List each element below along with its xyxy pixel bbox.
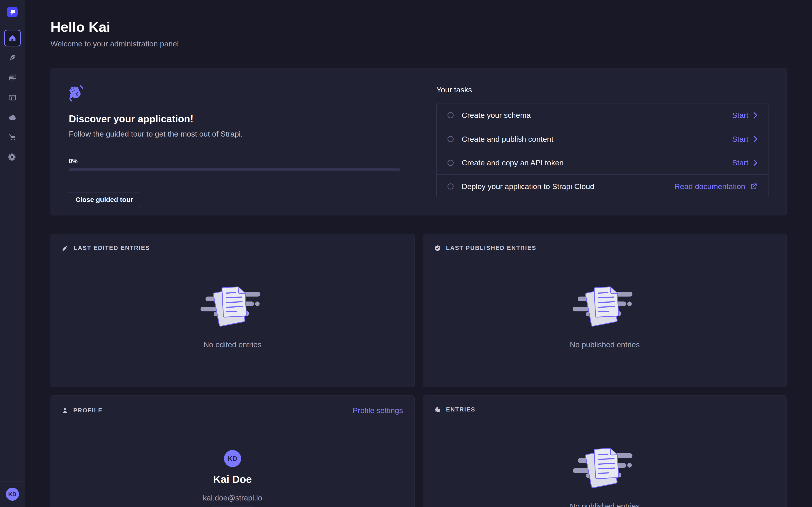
- cloud-icon: [8, 113, 17, 121]
- card-header: LAST PUBLISHED ENTRIES: [435, 244, 775, 251]
- marketplace-cart-icon: [8, 133, 17, 141]
- task-label: Deploy your application to Strapi Cloud: [462, 182, 594, 191]
- guided-tour-progress-bar: [69, 168, 400, 171]
- profile-body: KD Kai Doe kai.doe@strapi.io: [62, 415, 403, 507]
- card-title: ENTRIES: [446, 406, 475, 413]
- task-row-api-token[interactable]: Create and copy an API token Start: [437, 151, 768, 174]
- sidebar: KD: [0, 0, 25, 507]
- puzzle-icon: [435, 406, 441, 413]
- pencil-icon: [62, 245, 68, 251]
- guided-tour-card: Discover your application! Follow the gu…: [51, 68, 418, 215]
- page-title: Hello Kai: [51, 19, 787, 35]
- task-label: Create and publish content: [462, 135, 553, 144]
- sidebar-item-content-manager[interactable]: [4, 50, 21, 66]
- profile-avatar-initials: KD: [227, 455, 237, 462]
- widgets-row-2: PROFILE Profile settings KD Kai Doe kai.…: [51, 395, 787, 507]
- card-header: ENTRIES: [435, 406, 775, 413]
- task-status-circle-icon: [448, 183, 454, 189]
- task-status-circle-icon: [448, 160, 454, 166]
- check-circle-icon: [435, 245, 441, 251]
- task-start-link[interactable]: Start: [732, 158, 757, 167]
- task-label: Create and copy an API token: [462, 158, 564, 167]
- tasks-panel: Your tasks Create your schema Start Crea…: [418, 68, 786, 215]
- task-action-label: Start: [732, 111, 748, 120]
- chevron-right-icon: [753, 136, 757, 143]
- external-link-icon: [750, 183, 757, 190]
- empty-state-text: No published entries: [570, 502, 640, 507]
- task-row-publish-content[interactable]: Create and publish content Start: [437, 127, 768, 151]
- settings-gear-icon: [8, 153, 17, 161]
- task-start-link[interactable]: Start: [732, 111, 757, 120]
- strapi-logo: [7, 7, 17, 17]
- task-status-circle-icon: [448, 136, 454, 142]
- user-avatar[interactable]: KD: [6, 488, 19, 501]
- empty-state-text: No published entries: [570, 340, 640, 349]
- guided-tour-panel: Discover your application! Follow the gu…: [51, 68, 787, 215]
- card-header: LAST EDITED ENTRIES: [62, 244, 403, 251]
- user-avatar-initials: KD: [8, 491, 16, 498]
- task-action-label: Read documentation: [674, 182, 745, 191]
- page-subtitle: Welcome to your administration panel: [51, 40, 787, 48]
- task-label: Create your schema: [462, 111, 531, 120]
- guided-tour-title: Discover your application!: [69, 113, 400, 125]
- empty-documents-illustration: [199, 281, 266, 335]
- profile-avatar: KD: [224, 450, 241, 467]
- close-guided-tour-button[interactable]: Close guided tour: [69, 192, 140, 207]
- card-title: LAST EDITED ENTRIES: [74, 244, 150, 251]
- sidebar-item-home[interactable]: [4, 30, 21, 46]
- sidebar-divider-bottom: [0, 482, 24, 482]
- profile-name: Kai Doe: [213, 473, 252, 485]
- card-header: PROFILE Profile settings: [62, 406, 403, 415]
- task-row-deploy-cloud[interactable]: Deploy your application to Strapi Cloud …: [437, 174, 768, 198]
- read-documentation-link[interactable]: Read documentation: [674, 182, 757, 191]
- last-edited-entries-card: LAST EDITED ENTRIES: [51, 234, 415, 387]
- task-row-create-schema[interactable]: Create your schema Start: [437, 103, 768, 127]
- user-icon: [62, 407, 68, 414]
- task-action-label: Start: [732, 135, 748, 144]
- card-title: PROFILE: [73, 407, 103, 414]
- guided-tour-progress-label: 0%: [69, 158, 400, 165]
- profile-email: kai.doe@strapi.io: [203, 494, 262, 502]
- tasks-list: Create your schema Start Create and publ…: [437, 103, 768, 198]
- profile-role-badge: [212, 506, 254, 507]
- empty-documents-illustration: [571, 281, 639, 335]
- task-status-circle-icon: [448, 112, 454, 118]
- empty-state: No edited entries: [62, 281, 403, 349]
- task-action-label: Start: [732, 158, 748, 167]
- empty-state: No published entries: [435, 281, 775, 349]
- entries-card: ENTRIES: [423, 395, 787, 507]
- feather-icon: [8, 54, 16, 62]
- empty-state-text: No edited entries: [203, 340, 261, 349]
- profile-settings-link[interactable]: Profile settings: [353, 406, 403, 415]
- sidebar-nav: [4, 24, 21, 165]
- chevron-right-icon: [753, 159, 757, 166]
- sidebar-item-content-type-builder[interactable]: [4, 89, 21, 106]
- sidebar-item-media-library[interactable]: [4, 69, 21, 86]
- chevron-right-icon: [753, 112, 757, 119]
- tasks-title: Your tasks: [437, 86, 768, 94]
- main-content: Hello Kai Welcome to your administration…: [25, 0, 812, 507]
- guided-tour-subtitle: Follow the guided tour to get the most o…: [69, 129, 400, 138]
- profile-card: PROFILE Profile settings KD Kai Doe kai.…: [51, 395, 415, 507]
- widgets-row-1: LAST EDITED ENTRIES: [51, 234, 787, 387]
- empty-documents-illustration: [571, 442, 639, 496]
- layout-icon: [8, 94, 17, 102]
- strapi-logo-icon: [9, 8, 16, 16]
- sidebar-item-marketplace[interactable]: [4, 129, 21, 146]
- task-start-link[interactable]: Start: [732, 135, 757, 144]
- sidebar-item-settings[interactable]: [4, 149, 21, 165]
- last-published-entries-card: LAST PUBLISHED ENTRIES: [423, 234, 787, 387]
- card-title: LAST PUBLISHED ENTRIES: [446, 244, 537, 251]
- home-icon: [8, 34, 16, 42]
- media-library-icon: [8, 74, 17, 82]
- waving-hand-icon: [69, 85, 83, 102]
- sidebar-item-cloud[interactable]: [4, 109, 21, 126]
- empty-state: No published entries: [435, 442, 775, 507]
